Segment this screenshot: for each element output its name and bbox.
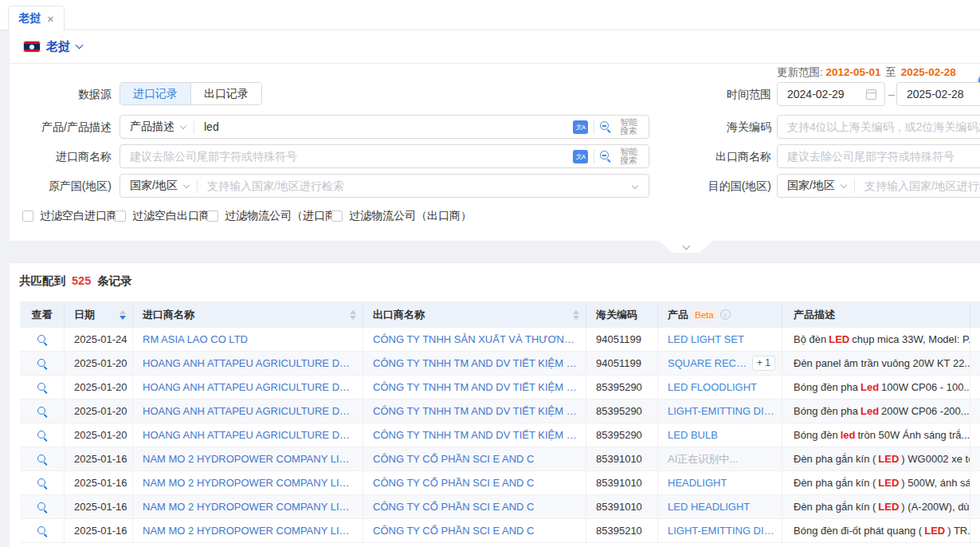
product-link[interactable]: LED BULB — [668, 429, 718, 441]
origin-type-value: 国家/地区 — [130, 179, 178, 193]
hs-code-cell: 94051199 — [586, 328, 658, 351]
smart-search-label[interactable]: 智能搜索 — [620, 148, 641, 165]
column-exporter[interactable]: 出口商名称 — [363, 301, 586, 328]
view-details-icon[interactable] — [37, 525, 47, 536]
exporter-name-field[interactable] — [777, 144, 980, 168]
country-header[interactable]: 老挝 — [10, 30, 980, 64]
description-highlight: LED — [878, 453, 899, 465]
origin-country-input[interactable] — [198, 175, 633, 197]
table-row: 2025-01-20HOANG ANH ATTAPEU AGRICULTURE … — [20, 423, 980, 447]
sort-icon[interactable] — [115, 310, 126, 320]
import-records-button[interactable]: 进口记录 — [120, 83, 191, 104]
start-date-input[interactable] — [787, 88, 866, 100]
exporter-link[interactable]: CÔNG TY TNHH SẢN XUẤT VÀ THƯƠNG M... — [373, 333, 579, 345]
count-value: 525 — [72, 274, 91, 287]
close-icon[interactable]: × — [47, 13, 54, 25]
translate-icon[interactable]: 文A — [573, 150, 588, 163]
product-link[interactable]: LED LIGHT SET — [668, 333, 744, 345]
column-description: 产品描述 — [782, 301, 970, 328]
filter-blank-importer-checkbox[interactable]: 过滤空白进口商 — [22, 209, 118, 223]
description-text: ) (A-200W), dù... — [901, 501, 970, 513]
importer-link[interactable]: HOANG ANH ATTAPEU AGRICULTURE DEVE... — [143, 429, 356, 441]
checkbox-icon[interactable] — [115, 211, 126, 222]
start-date-field[interactable] — [777, 82, 885, 106]
product-link[interactable]: LIGHT-EMITTING DIO... — [668, 405, 775, 417]
importer-link[interactable]: NAM MO 2 HYDROPOWER COMPANY LIMI... — [143, 501, 356, 513]
end-date-field[interactable] — [896, 82, 980, 106]
destination-type-select[interactable]: 国家/地区 — [778, 175, 854, 197]
hs-code-cell: 85395290 — [586, 399, 658, 423]
product-link[interactable]: LED HEADLIGHT — [668, 501, 750, 513]
hs-code-input[interactable] — [787, 116, 980, 138]
importer-link[interactable]: NAM MO 2 HYDROPOWER COMPANY LIMI... — [143, 477, 356, 489]
view-details-icon[interactable] — [37, 502, 47, 512]
view-details-icon[interactable] — [37, 358, 47, 368]
smart-search-icon[interactable] — [600, 121, 611, 132]
importer-link[interactable]: HOANG ANH ATTAPEU AGRICULTURE DEVE... — [143, 381, 356, 393]
exporter-link[interactable]: CÔNG TY CỔ PHẦN SCI E AND C — [373, 525, 535, 537]
exporter-link[interactable]: CÔNG TY TNHH TM AND DV TIẾT KIỆM NĂ... — [373, 381, 579, 393]
tab-laos[interactable]: 老挝 × — [8, 6, 65, 30]
description-text: Đèn pha gắn kín ( — [794, 477, 876, 489]
filter-blank-exporter-checkbox[interactable]: 过滤空白出口商 — [115, 209, 210, 223]
extra-cell — [970, 328, 980, 351]
export-records-button[interactable]: 出口记录 — [191, 83, 261, 104]
sort-icon[interactable] — [345, 310, 356, 320]
importer-link[interactable]: HOANG ANH ATTAPEU AGRICULTURE DEVE... — [143, 405, 356, 417]
product-search-input[interactable] — [194, 116, 573, 138]
view-details-icon[interactable] — [37, 454, 47, 464]
destination-country-input[interactable] — [855, 175, 980, 197]
column-importer[interactable]: 进口商名称 — [133, 301, 363, 328]
view-details-icon[interactable] — [37, 478, 47, 488]
checkbox-icon[interactable] — [22, 211, 33, 222]
importer-link[interactable]: NAM MO 2 HYDROPOWER COMPANY LIMI... — [143, 525, 356, 537]
extra-cell — [970, 519, 980, 542]
exporter-link[interactable]: CÔNG TY TNHH TM AND DV TIẾT KIỆM NĂ... — [373, 405, 579, 417]
product-link[interactable]: SQUARE RECESS... — [668, 357, 747, 369]
info-icon[interactable]: i — [720, 309, 731, 320]
product-type-select[interactable]: 产品描述 — [120, 116, 194, 138]
smart-search-label[interactable]: 智能搜索 — [620, 118, 641, 136]
exporter-link[interactable]: CÔNG TY CỔ PHẦN SCI E AND C — [373, 453, 535, 465]
view-details-icon[interactable] — [37, 430, 47, 440]
importer-cell: NAM MO 2 HYDROPOWER COMPANY LIMI... — [133, 471, 363, 494]
description-highlight: LED — [829, 333, 849, 345]
more-products-badge[interactable]: + 1 — [752, 356, 775, 371]
checkbox-icon[interactable] — [207, 211, 218, 222]
product-link[interactable]: LED FLOODLIGHT — [668, 381, 757, 393]
product-link[interactable]: LIGHT-EMITTING DIO... — [668, 525, 775, 537]
description-cell: Đèn pha gắn kín (LED) 500W, ánh sá... — [782, 471, 970, 494]
description-cell: Bóng đèn phaLed200W CP06 -200... — [782, 399, 970, 423]
product-link[interactable]: HEADLIGHT — [668, 477, 727, 489]
checkbox-icon[interactable] — [331, 211, 343, 222]
exporter-link[interactable]: CÔNG TY TNHH TM AND DV TIẾT KIỆM NĂ... — [373, 357, 579, 369]
column-date[interactable]: 日期 — [65, 301, 133, 328]
exporter-name-input[interactable] — [787, 145, 980, 167]
end-date-input[interactable] — [907, 88, 980, 100]
filter-logistics-exporter-checkbox[interactable]: 过滤物流公司（出口商） — [331, 209, 472, 223]
filter-logistics-importer-checkbox[interactable]: 过滤物流公司（进口商） — [207, 209, 347, 223]
collapse-handle[interactable] — [660, 241, 712, 253]
origin-type-select[interactable]: 国家/地区 — [120, 175, 197, 197]
checkbox-label: 过滤空白出口商 — [132, 209, 210, 223]
smart-search-icon[interactable] — [600, 151, 611, 162]
importer-link[interactable]: NAM MO 2 HYDROPOWER COMPANY LIMI... — [143, 453, 356, 465]
importer-link[interactable]: HOANG ANH ATTAPEU AGRICULTURE DEVE... — [143, 357, 356, 369]
exporter-link[interactable]: CÔNG TY CỔ PHẦN SCI E AND C — [373, 501, 535, 513]
view-details-icon[interactable] — [37, 382, 47, 392]
importer-name-input[interactable] — [120, 145, 573, 167]
view-details-icon[interactable] — [37, 334, 47, 344]
exporter-cell: CÔNG TY TNHH TM AND DV TIẾT KIỆM NĂ... — [363, 423, 586, 447]
exporter-link[interactable]: CÔNG TY CỔ PHẦN SCI E AND C — [373, 477, 535, 489]
translate-icon[interactable]: 文A — [573, 120, 588, 134]
view-details-icon[interactable] — [37, 406, 47, 416]
exporter-link[interactable]: CÔNG TY TNHH TM AND DV TIẾT KIỆM NĂ... — [373, 429, 579, 441]
destination-country-label: 目的国(地区) — [668, 174, 771, 198]
description-text: ) TR... — [947, 525, 970, 537]
view-cell — [20, 471, 65, 494]
sort-icon[interactable] — [568, 310, 579, 320]
importer-link[interactable]: RM ASIA LAO CO LTD — [143, 333, 248, 345]
hs-code-field[interactable] — [777, 115, 980, 139]
product-cell: LIGHT-EMITTING DIO... — [658, 519, 782, 542]
exporter-cell: CÔNG TY CỔ PHẦN SCI E AND C — [363, 495, 586, 518]
